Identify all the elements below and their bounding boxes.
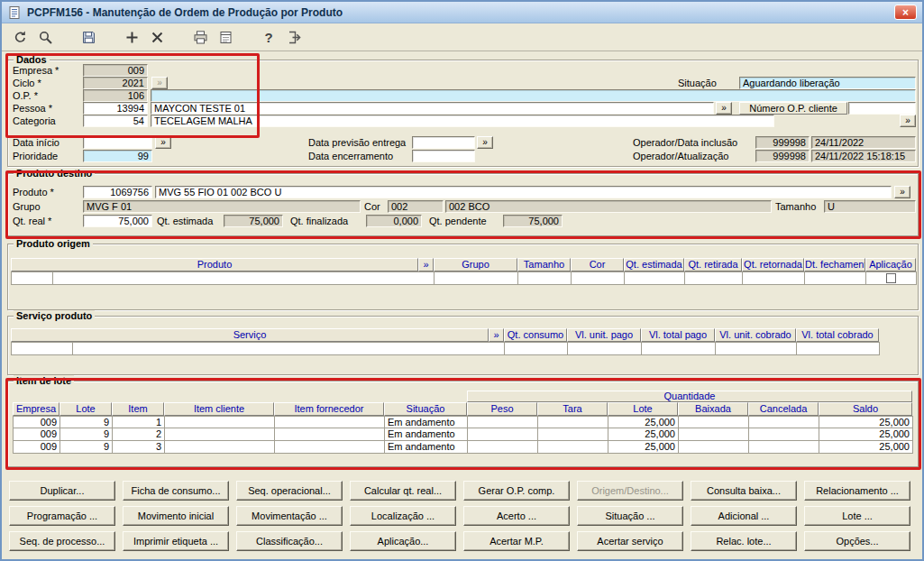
relacionamento-button[interactable]: Relacionamento ... [804,481,910,501]
categoria-lookup-button[interactable]: » [900,115,916,127]
qt-real-field[interactable]: 75,000 [83,215,152,227]
cell[interactable] [679,417,749,428]
search-icon[interactable] [34,27,56,49]
data-inicio-field[interactable] [83,136,152,149]
cell[interactable] [165,417,275,428]
seq-operacional-button[interactable]: Seq. operacional... [236,481,343,501]
column-header-qt-retirada[interactable]: Qt. retirada [684,258,742,271]
cell[interactable]: 2 [113,428,165,441]
localizacao-button[interactable]: Localização ... [350,506,456,526]
situacao-field[interactable]: Aguardando liberação [739,77,916,89]
produto-desc-field[interactable]: MVG 55 FIO 01 002 BCO U [155,186,892,198]
help-icon[interactable]: ? [258,27,279,49]
aplicacao-checkbox[interactable] [886,273,896,283]
consulta-baixa-button[interactable]: Consulta baixa... [691,481,797,501]
programacao-button[interactable]: Programação ... [9,506,115,526]
add-icon[interactable] [121,27,142,49]
imprimir-etiqueta-button[interactable]: Imprimir etiqueta ... [123,531,229,551]
cell[interactable] [716,343,797,355]
cell[interactable] [12,272,53,285]
cell[interactable] [749,441,819,454]
column-header-aplicacao[interactable]: Aplicação [865,258,916,271]
movimentacao-button[interactable]: Movimentação ... [236,506,343,526]
cell[interactable] [275,428,385,441]
acertar-servico-button[interactable]: Acertar serviço [577,531,683,551]
close-button[interactable]: × [894,5,917,20]
adicional-button[interactable]: Adicional ... [691,506,797,526]
cell[interactable] [468,417,538,428]
prioridade-field[interactable]: 99 [83,150,152,162]
save-icon[interactable] [78,27,99,49]
lote-button[interactable]: Lote ... [804,506,910,526]
column-header-lote[interactable]: Lote [59,402,112,416]
duplicar-button[interactable]: Duplicar... [9,481,115,501]
cell[interactable]: 9 [60,417,113,428]
cell[interactable] [165,428,275,441]
cell[interactable]: 25,000 [819,417,913,428]
cell[interactable]: 3 [113,441,165,454]
acerto-button[interactable]: Acerto ... [463,506,570,526]
pessoa-lookup-button[interactable]: » [716,102,732,115]
data-inicio-lookup-button[interactable]: » [155,136,171,149]
cell[interactable]: 009 [14,417,60,428]
cell[interactable] [538,428,608,441]
cell[interactable] [743,272,805,285]
column-header-vl-total-cobrado[interactable]: Vl. total cobrado [796,328,879,342]
column-header-dt-fechamento[interactable]: Dt. fechamento [804,258,865,271]
cell[interactable]: Em andamento [385,417,468,428]
movimento-inicial-button[interactable]: Movimento inicial [123,506,229,526]
numero-op-cliente-field[interactable] [848,102,916,115]
cell[interactable] [505,343,568,355]
pessoa-code-field[interactable]: 13994 [83,102,148,115]
cell[interactable] [518,272,572,285]
ciclo-lookup-button[interactable]: » [151,77,168,89]
cell[interactable] [73,343,505,355]
cell[interactable]: 25,000 [608,417,679,428]
exit-icon[interactable] [283,27,305,49]
data-previsao-lookup-button[interactable]: » [477,136,493,149]
column-header-empresa[interactable]: Empresa [13,402,59,416]
calcular-qt-real-button[interactable]: Calcular qt. real... [350,481,456,501]
pessoa-name-field[interactable]: MAYCON TESTE 01 [151,102,714,115]
cell[interactable] [685,272,743,285]
column-header-peso[interactable]: Peso [467,402,537,416]
cell[interactable]: 1 [113,417,165,428]
column-header-produto[interactable]: Produto [11,258,418,271]
opcoes-button[interactable]: Opções... [804,531,910,551]
servico-lookup-header[interactable]: » [489,328,504,342]
cell[interactable] [468,441,538,454]
column-header-grupo[interactable]: Grupo [434,258,517,271]
cell[interactable]: 009 [14,441,60,454]
cell[interactable] [642,343,716,355]
column-header-qt-retornada[interactable]: Qt. retornada [742,258,804,271]
column-header-cor[interactable]: Cor [571,258,624,271]
cell[interactable] [805,272,866,285]
column-header-tara[interactable]: Tara [537,402,608,416]
cell[interactable]: 25,000 [819,441,913,454]
op-desc-field[interactable] [151,89,916,102]
classificacao-button[interactable]: Classificação... [236,531,343,551]
cell[interactable] [435,272,518,285]
ficha-de-consumo-button[interactable]: Ficha de consumo... [123,481,229,501]
cell[interactable] [53,272,435,285]
produto-lookup-button[interactable]: » [894,186,910,198]
acertar-mp-button[interactable]: Acertar M.P. [463,531,570,551]
column-header-item[interactable]: Item [112,402,164,416]
refresh-icon[interactable] [9,27,31,49]
cell[interactable] [749,417,819,428]
cell[interactable] [538,417,608,428]
column-header-item-cliente[interactable]: Item cliente [164,402,274,416]
column-header-item-fornecedor[interactable]: Item fornecedor [274,402,384,416]
cell[interactable] [572,272,625,285]
produto-origem-lookup-header[interactable]: » [418,258,434,271]
column-header-baixada[interactable]: Baixada [678,402,748,416]
column-header-tamanho[interactable]: Tamanho [517,258,571,271]
relac-lote-button[interactable]: Relac. lote... [691,531,797,551]
print-icon[interactable] [189,27,211,49]
cell[interactable] [797,343,880,355]
cell[interactable]: 25,000 [608,441,679,454]
cell[interactable]: 9 [60,441,113,454]
column-header-cancelada[interactable]: Cancelada [748,402,819,416]
column-header-vl-unit-pago[interactable]: Vl. unit. pago [567,328,641,342]
cell[interactable] [568,343,642,355]
